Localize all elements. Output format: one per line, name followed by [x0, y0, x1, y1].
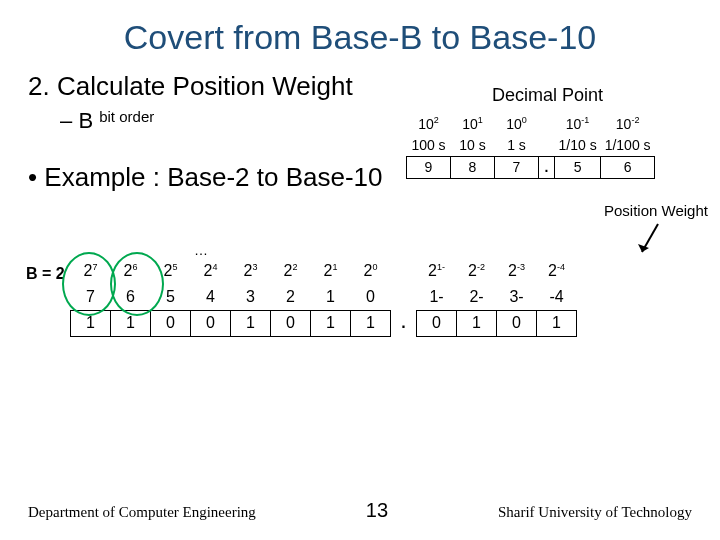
- digit: 1: [231, 310, 271, 336]
- footer: Department of Computer Engineering 13 Sh…: [0, 499, 720, 522]
- dec-name: 1/10 s: [555, 134, 601, 156]
- pow: 2-2: [457, 258, 497, 284]
- dec-name: 1/100 s: [601, 134, 655, 156]
- dec-digit: 9: [407, 156, 451, 178]
- digit: 0: [151, 310, 191, 336]
- pow: 2-3: [497, 258, 537, 284]
- slide-title: Covert from Base-B to Base-10: [0, 0, 720, 57]
- digit: 0: [417, 310, 457, 336]
- ellipsis: …: [194, 242, 208, 258]
- dec-power: 100: [495, 112, 539, 134]
- idx: -4: [537, 284, 577, 310]
- pow: 20: [351, 258, 391, 284]
- dec-point: .: [539, 156, 555, 178]
- digit: 0: [497, 310, 537, 336]
- idx: 2-: [457, 284, 497, 310]
- digit: 1: [457, 310, 497, 336]
- page-number: 13: [366, 499, 388, 522]
- pow: 2-4: [537, 258, 577, 284]
- idx: 3: [231, 284, 271, 310]
- position-weight-label: Position Weight: [604, 202, 708, 219]
- digit: 1: [537, 310, 577, 336]
- dec-power: 101: [451, 112, 495, 134]
- dec-name: 10 s: [451, 134, 495, 156]
- footer-left: Department of Computer Engineering: [28, 504, 256, 521]
- svg-marker-1: [638, 244, 649, 252]
- decimal-point-label: Decimal Point: [492, 85, 603, 106]
- dec-name: 1 s: [495, 134, 539, 156]
- pow: 22: [271, 258, 311, 284]
- dec-name: 100 s: [407, 134, 451, 156]
- radix-point: .: [391, 310, 417, 336]
- dec-digit: 6: [601, 156, 655, 178]
- dash: –: [60, 108, 72, 133]
- pow: 23: [231, 258, 271, 284]
- digit: 0: [271, 310, 311, 336]
- section-number: 2.: [28, 71, 50, 101]
- idx: 4: [191, 284, 231, 310]
- dec-power: 10-1: [555, 112, 601, 134]
- b-equals-label: B = 2: [26, 265, 65, 283]
- green-oval-icon: [62, 252, 116, 316]
- digit: 1: [311, 310, 351, 336]
- pow: 21-: [417, 258, 457, 284]
- decimal-table: 102 101 100 10-1 10-2 100 s 10 s 1 s 1/1…: [406, 112, 655, 179]
- dec-digit: 8: [451, 156, 495, 178]
- idx: 2: [271, 284, 311, 310]
- base-B-letter: B: [78, 108, 93, 133]
- idx: 1-: [417, 284, 457, 310]
- bitorder-label: bit order: [99, 108, 154, 125]
- green-oval-icon: [110, 252, 164, 316]
- footer-right: Sharif University of Technology: [498, 504, 692, 521]
- digit: 1: [351, 310, 391, 336]
- dec-digit: 5: [555, 156, 601, 178]
- section-text: Calculate Position Weight: [57, 71, 353, 101]
- arrow-icon: [636, 222, 666, 260]
- idx: 3-: [497, 284, 537, 310]
- section-heading: 2. Calculate Position Weight: [0, 57, 720, 102]
- pow: 21: [311, 258, 351, 284]
- pow: 24: [191, 258, 231, 284]
- dec-power: 102: [407, 112, 451, 134]
- dec-power: 10-2: [601, 112, 655, 134]
- dec-digit: 7: [495, 156, 539, 178]
- idx: 1: [311, 284, 351, 310]
- digit: 0: [191, 310, 231, 336]
- idx: 0: [351, 284, 391, 310]
